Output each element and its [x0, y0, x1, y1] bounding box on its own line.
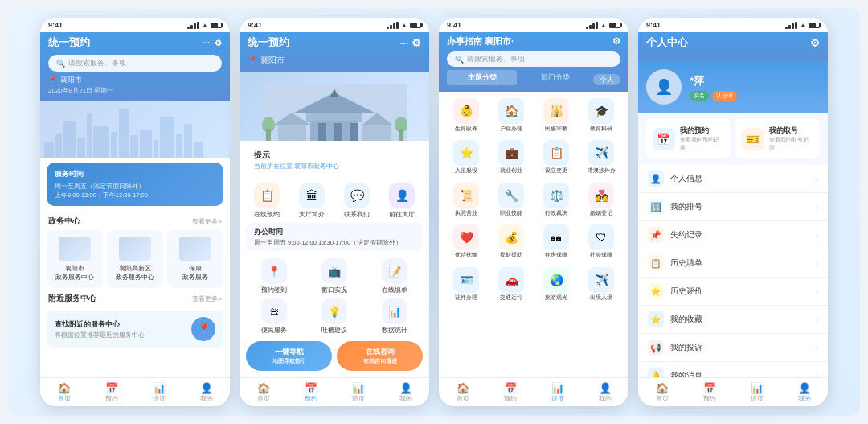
p2-bottom-1[interactable]: 📺 窗口实况	[306, 258, 362, 294]
settings-icon-1[interactable]: ⚙	[215, 39, 222, 47]
cat-8[interactable]: 📜 执照营业	[445, 180, 487, 219]
menu-item-miss[interactable]: 📌 失约记录 ›	[638, 221, 828, 249]
p2-icon-2[interactable]: 💬 联系我们	[336, 183, 378, 219]
menu-item-history-form[interactable]: 📋 历史填单 ›	[638, 249, 828, 278]
nearby-section[interactable]: 查找附近的服务中心 将根据位置推荐最近的服务中心 📍	[47, 311, 223, 348]
menu-item-message[interactable]: 🔔 我的消息 ›	[638, 362, 828, 377]
section-more-govt[interactable]: 查看更多>	[192, 217, 222, 226]
nav-home-4[interactable]: 🏠 首页	[638, 382, 686, 403]
center-item-1[interactable]: 襄阳高新区政务服务中心	[107, 230, 163, 288]
p2-icon-grid-top: 📋 在线预约 🏛 大厅简介 💬 联系我们 👤 前往大厅	[240, 183, 429, 219]
p3-search-bar[interactable]: 🔍 请搜索服务、事项	[447, 51, 620, 67]
signal-icon-1	[187, 22, 199, 29]
signal-icon-2	[387, 22, 399, 29]
menu-icon-history-form: 📋	[648, 255, 664, 271]
avatar: 👤	[646, 69, 682, 105]
location-row-1: 📍 襄阳市	[48, 75, 222, 85]
nav-home-3[interactable]: 🏠 首页	[439, 382, 486, 403]
p2-btn-navigate[interactable]: 一键导航 地图导航指引	[246, 341, 332, 371]
nav-progress-1[interactable]: 📊 进度	[135, 382, 182, 403]
person-opt-individual[interactable]: 个人	[593, 74, 620, 85]
menu-item-queue[interactable]: 🔢 我的排号 ›	[638, 193, 828, 221]
cat-3[interactable]: 🎓 教育科研	[580, 96, 622, 134]
cat-13[interactable]: 💰 提财援助	[490, 222, 532, 261]
cat-15[interactable]: 🛡 社会保障	[580, 222, 622, 261]
p2-icon-3[interactable]: 👤 前往大厅	[381, 183, 423, 219]
menu-item-history-review[interactable]: ⭐ 历史评价 ›	[638, 278, 828, 306]
search-bar-1[interactable]: 🔍 请搜索服务、事项	[48, 55, 222, 72]
home-icon-4: 🏠	[656, 382, 669, 394]
nav-home-2[interactable]: 🏠 首页	[240, 382, 287, 403]
cat-icon-1: 🏠	[498, 98, 524, 124]
menu-item-favorites[interactable]: ⭐ 我的收藏 ›	[638, 306, 828, 334]
cat-6[interactable]: 📋 设立变更	[535, 138, 577, 176]
center-item-2[interactable]: 保康政务服务	[167, 230, 223, 288]
settings-icon-4[interactable]: ⚙	[810, 37, 820, 49]
p2-bottom-0[interactable]: 📍 预约签到	[246, 258, 302, 294]
cat-12[interactable]: ❤️ 优待抚恤	[445, 222, 487, 261]
nav-mine-3[interactable]: 👤 我的	[581, 382, 628, 403]
cat-5[interactable]: 💼 就业创业	[490, 138, 532, 176]
center-item-0[interactable]: 襄阳市政务服务中心	[47, 230, 103, 288]
nav-appointment-3[interactable]: 📅 预约	[486, 382, 534, 403]
menu-arrow-profile: ›	[816, 175, 818, 183]
cat-16[interactable]: 🪪 证件办理	[445, 265, 487, 303]
settings-icon-3[interactable]: ⚙	[612, 36, 620, 47]
p2-bottom-4[interactable]: 💡 吐槽建议	[306, 298, 362, 335]
cat-18[interactable]: 🌏 旅游观光	[535, 265, 577, 303]
home-icon-2: 🏠	[257, 382, 270, 394]
cat-10[interactable]: ⚖️ 行政裁决	[535, 180, 577, 219]
cat-label-12: 优待抚恤	[455, 252, 477, 258]
cat-2[interactable]: 🕌 民族宗教	[535, 96, 577, 134]
menu-item-complaint[interactable]: 📢 我的投诉 ›	[638, 334, 828, 362]
cat-11[interactable]: 💑 婚姻登记	[580, 180, 622, 219]
cat-4[interactable]: ⭐ 入伍服役	[445, 138, 487, 176]
time-4: 9:41	[646, 21, 661, 29]
p2-icon-0[interactable]: 📋 在线预约	[246, 183, 288, 219]
cat-17[interactable]: 🚗 交通运行	[490, 265, 532, 303]
profile-name: *萍	[690, 74, 737, 89]
nav-mine-2[interactable]: 👤 我的	[382, 382, 429, 403]
nav-progress-2[interactable]: 📊 进度	[334, 382, 382, 403]
cat-9[interactable]: 🔧 职业技能	[490, 180, 532, 219]
p2-btn-consult[interactable]: 在线咨询 在线咨询请进	[337, 341, 423, 371]
more-icon-1[interactable]: ···	[203, 39, 210, 47]
menu-item-profile[interactable]: 👤 个人信息 ›	[638, 165, 828, 193]
quick-btn-number[interactable]: 🎫 我的取号 查看我的取号记录	[735, 119, 820, 158]
location-text-1: 襄阳市	[60, 75, 82, 85]
p2-icon-1[interactable]: 🏛 大厅简介	[291, 183, 333, 219]
nav-progress-4[interactable]: 📊 进度	[733, 382, 780, 403]
tab-dept[interactable]: 部门分类	[520, 70, 590, 85]
time-1: 9:41	[48, 21, 63, 29]
p2-bottom-3[interactable]: 🛎 便民服务	[246, 298, 302, 335]
cat-1[interactable]: 🏠 户籍办理	[490, 96, 532, 134]
hint-bar: 提示 当前所在位置 襄阳市政务中心	[246, 146, 423, 175]
nav-mine-4[interactable]: 👤 我的	[780, 382, 828, 403]
p2-bottom-5[interactable]: 📊 数据统计	[366, 298, 423, 335]
cat-19[interactable]: ✈️ 出境入境	[580, 265, 622, 303]
center-img-1	[119, 237, 151, 261]
map-icon[interactable]: 📍	[191, 317, 215, 341]
nav-appointment-1[interactable]: 📅 预约	[88, 382, 135, 403]
nav-prog-label-2: 进度	[352, 395, 365, 403]
tab-topic[interactable]: 主题分类	[447, 70, 517, 85]
nearby-title: 查找附近的服务中心	[55, 319, 145, 330]
menu-arrow-favorites: ›	[816, 315, 818, 324]
status-icons-2: ▲	[387, 22, 421, 29]
nav-home-1[interactable]: 🏠 首页	[40, 382, 88, 403]
quick-btn-appointment[interactable]: 📅 我的预约 查看我的预约记录	[646, 119, 731, 158]
nav-appointment-2[interactable]: 📅 预约	[287, 382, 334, 403]
cat-0[interactable]: 👶 生育收养	[445, 96, 487, 134]
cat-14[interactable]: 🏘 住房保障	[535, 222, 577, 261]
nav-progress-3[interactable]: 📊 进度	[534, 382, 581, 403]
status-bar-2: 9:41 ▲	[240, 18, 429, 32]
nav-mine-1[interactable]: 👤 我的	[182, 382, 230, 403]
p2-bottom-2[interactable]: 📝 在线填单	[366, 258, 423, 294]
more-icon-2[interactable]: ···	[400, 37, 409, 49]
section-more-nearby[interactable]: 查看更多>	[192, 294, 222, 303]
cat-7[interactable]: ✈️ 港澳涉外办	[580, 138, 622, 176]
status-icons-3: ▲	[586, 22, 620, 29]
nav-appointment-4[interactable]: 📅 预约	[686, 382, 733, 403]
svg-rect-5	[334, 123, 342, 141]
settings-icon-2[interactable]: ⚙	[411, 37, 421, 49]
